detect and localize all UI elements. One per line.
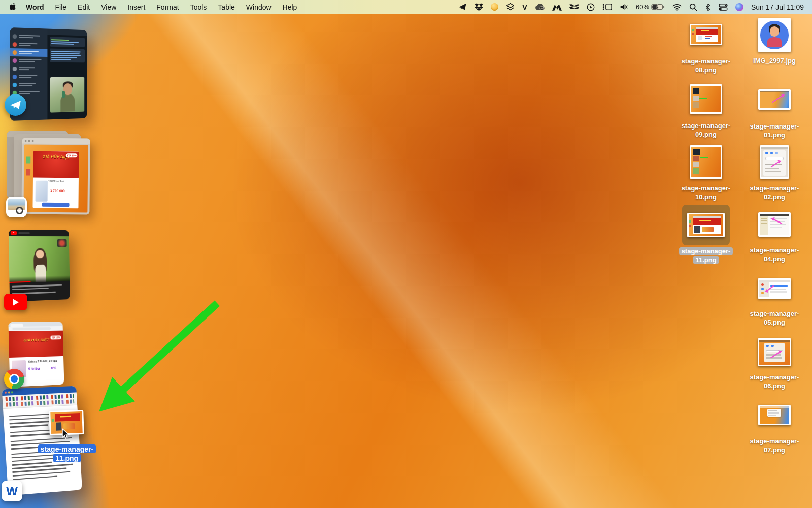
menu-insert[interactable]: Insert (122, 3, 151, 11)
file-label: stage-manager-05.png (745, 310, 804, 327)
menu-view[interactable]: View (95, 3, 122, 11)
desktop-icon-stage-manager-01[interactable]: stage-manager-01.png (743, 89, 806, 139)
menu-table[interactable]: Table (212, 3, 240, 11)
mouse-cursor (61, 428, 71, 441)
file-label: stage-manager-02.png (745, 184, 804, 201)
sneeze-emoji-icon[interactable] (491, 3, 498, 12)
desktop-icon-stage-manager-09[interactable]: stage-manager-09.png (674, 84, 737, 139)
file-thumbnail (758, 18, 791, 52)
active-app-menu[interactable]: Word (20, 3, 50, 11)
v-app-icon[interactable]: V (522, 3, 527, 12)
desktop-icon-stage-manager-08[interactable]: stage-manager-08.png (674, 24, 737, 74)
wifi-icon[interactable] (672, 3, 682, 12)
chrome-app-icon[interactable] (4, 369, 24, 389)
menu-help[interactable]: Help (277, 3, 303, 11)
menu-edit[interactable]: Edit (72, 3, 95, 11)
chrome-installment: 0% (51, 366, 56, 370)
layers-icon[interactable] (506, 3, 515, 12)
stage-window-youtube[interactable] (9, 230, 70, 302)
file-thumbnail (758, 278, 791, 299)
file-label: stage-manager-01.png (745, 122, 804, 139)
bluetooth-icon[interactable] (705, 3, 711, 12)
file-label: stage-manager-06.png (745, 373, 804, 390)
status-bar: V 60% Sun 17 Jul 11:09 (458, 3, 804, 12)
file-label: stage-manager-10.png (676, 184, 736, 201)
apple-menu-icon[interactable] (9, 3, 20, 11)
menu-bar-left: Word File Edit View Insert Format Tools … (9, 3, 302, 11)
preview-discount-badge: TỪ 10% (66, 153, 78, 157)
file-thumbnail (758, 212, 791, 237)
telegram-chat-pane (47, 29, 87, 120)
file-label: stage-manager-07.png (745, 437, 804, 454)
desktop-icon-stage-manager-06[interactable]: stage-manager-06.png (743, 338, 806, 390)
file-label: stage-manager-08.png (676, 57, 736, 74)
mute-icon[interactable] (620, 3, 628, 12)
file-label-selected: stage-manager-11.png (676, 247, 736, 264)
telegram-photo-message (50, 77, 84, 113)
battery-percent: 60% (636, 3, 649, 11)
siri-icon[interactable] (735, 3, 743, 12)
selection-highlight (682, 205, 730, 245)
wings-icon[interactable] (569, 3, 579, 12)
menu-window[interactable]: Window (241, 3, 277, 11)
telegram-app-icon[interactable] (5, 94, 26, 116)
desktop-icon-stage-manager-10[interactable]: stage-manager-10.png (674, 145, 737, 201)
file-thumbnail (758, 338, 791, 366)
menu-format[interactable]: Format (151, 3, 184, 11)
file-thumbnail (690, 24, 722, 45)
chrome-price: 9 triệu (28, 366, 40, 371)
file-label: stage-manager-09.png (676, 122, 736, 139)
desktop-icon-stage-manager-07[interactable]: stage-manager-07.png (743, 405, 806, 454)
file-label: IMG_2997.jpg (745, 57, 804, 66)
word-app-icon[interactable]: W (2, 481, 22, 501)
file-thumbnail (690, 145, 722, 179)
telegram-icon[interactable] (458, 3, 467, 12)
cloud-sync-icon[interactable] (535, 3, 545, 12)
chrome-product-name: Galaxy Z Fold3 | Z Flip3 (28, 359, 57, 363)
menu-tools[interactable]: Tools (185, 3, 213, 11)
file-thumbnail (758, 405, 791, 425)
desktop-icon-stage-manager-04[interactable]: stage-manager-04.png (743, 212, 806, 263)
desktop-icon-img-2997[interactable]: IMG_2997.jpg (743, 18, 806, 66)
file-thumbnail (690, 84, 722, 114)
file-thumbnail (687, 213, 725, 237)
control-center-icon[interactable] (719, 3, 728, 12)
menu-bar: Word File Edit View Insert Format Tools … (0, 0, 812, 14)
menu-bar-clock[interactable]: Sun 17 Jul 11:09 (751, 3, 804, 11)
file-thumbnail (758, 89, 791, 110)
battery-indicator[interactable]: 60% (636, 3, 665, 12)
spotlight-icon[interactable] (689, 3, 697, 12)
desktop-icon-stage-manager-05[interactable]: stage-manager-05.png (743, 278, 806, 327)
preview-app-icon[interactable] (6, 197, 27, 217)
drag-filename-label: stage-manager-11.png (36, 444, 98, 462)
dropbox-icon[interactable] (475, 3, 483, 12)
preview-price: 3.790.000 (50, 189, 65, 193)
youtube-logo (11, 231, 17, 235)
menu-file[interactable]: File (50, 3, 73, 11)
desktop-icon-stage-manager-02[interactable]: stage-manager-02.png (743, 145, 806, 201)
preview-screenshot: GIÀ HỦY DIỆT TỪ 10% Redmi 10 5G 3.790.00… (23, 144, 88, 212)
chrome-discount-badge: TỪ 10% (51, 335, 61, 339)
file-thumbnail (760, 145, 789, 179)
play-circle-icon[interactable] (587, 3, 595, 12)
chrome-site-banner: GIÀ HỦY DIỆT TỪ 10% (9, 331, 63, 358)
youtube-app-icon[interactable] (4, 294, 27, 310)
file-label: stage-manager-04.png (745, 246, 804, 263)
mountain-icon[interactable] (552, 3, 562, 12)
desktop-icon-stage-manager-11[interactable]: stage-manager-11.png (674, 205, 737, 264)
macos-desktop: { "menu_bar": { "app_name": "Word", "men… (0, 0, 812, 508)
stage-manager-icon[interactable] (602, 3, 612, 12)
youtube-video-frame (9, 236, 70, 283)
